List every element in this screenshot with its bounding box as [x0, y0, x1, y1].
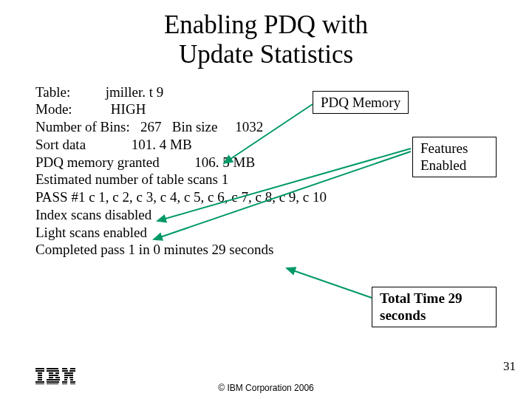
svg-rect-14: [55, 377, 60, 378]
callout-features-enabled: Features Enabled: [412, 137, 497, 178]
svg-rect-31: [62, 383, 67, 384]
ibm-logo: [35, 368, 75, 384]
pass-line: PASS #1 c 1, c 2, c 3, c 4, c 5, c 6, c …: [35, 189, 327, 205]
svg-rect-1: [35, 370, 44, 372]
svg-rect-17: [47, 383, 58, 384]
binsize-label: Bin size: [172, 119, 218, 134]
svg-rect-18: [62, 368, 67, 369]
table-value: jmiller. t 9: [106, 84, 164, 100]
callout-total-time: Total Time 29 seconds: [372, 287, 497, 328]
pdq-value: 106. 5 MB: [194, 154, 255, 170]
svg-rect-9: [47, 370, 59, 372]
svg-rect-5: [38, 379, 42, 381]
svg-rect-22: [64, 372, 69, 374]
pdq-label: PDQ memory granted: [35, 154, 160, 170]
sort-value: 101. 4 MB: [132, 137, 192, 152]
title-line-1: Enabling PDQ with: [164, 10, 368, 39]
svg-rect-6: [35, 381, 44, 383]
svg-rect-15: [47, 379, 60, 381]
callout-pdq-memory: PDQ Memory: [313, 91, 409, 115]
svg-rect-8: [47, 368, 58, 369]
slide-footer: © IBM Corporation 2006: [0, 383, 532, 393]
complete-line: Completed pass 1 in 0 minutes 29 seconds: [35, 242, 273, 257]
scans-line: Estimated number of table scans 1: [35, 171, 228, 187]
binsize-value: 1032: [235, 119, 263, 134]
svg-rect-11: [55, 372, 59, 374]
svg-rect-10: [49, 372, 53, 374]
sort-label: Sort data: [35, 137, 86, 152]
svg-rect-4: [38, 377, 42, 378]
svg-rect-2: [38, 372, 42, 374]
mode-value: HIGH: [111, 101, 146, 117]
copyright-text: © IBM Corporation 2006: [0, 383, 532, 393]
slide-body: Table: jmiller. t 9 Mode: HIGH Number of…: [35, 83, 497, 259]
svg-rect-20: [62, 370, 68, 372]
mode-label: Mode:: [35, 101, 72, 117]
svg-rect-7: [35, 383, 44, 384]
callout-pdq-label: PDQ Memory: [321, 95, 400, 110]
svg-rect-25: [64, 377, 68, 378]
svg-rect-3: [38, 375, 42, 376]
page-number: 31: [503, 359, 516, 374]
svg-rect-29: [62, 381, 67, 383]
svg-rect-28: [70, 379, 73, 381]
svg-rect-16: [47, 381, 59, 383]
svg-rect-24: [64, 375, 73, 376]
bins-value: 267: [140, 119, 162, 134]
svg-rect-13: [49, 377, 53, 378]
svg-rect-19: [70, 368, 75, 369]
svg-rect-27: [64, 379, 67, 381]
callout-features-label: Features Enabled: [420, 140, 468, 174]
svg-rect-12: [49, 375, 58, 376]
callout-total-label: Total Time 29 seconds: [380, 290, 463, 324]
slide-title: Enabling PDQ with Update Statistics: [0, 10, 532, 70]
index-line: Index scans disabled: [35, 207, 151, 222]
bins-label: Number of Bins:: [35, 119, 130, 134]
light-line: Light scans enabled: [35, 225, 147, 240]
svg-rect-23: [69, 372, 73, 374]
svg-rect-30: [70, 381, 75, 383]
svg-rect-32: [70, 383, 75, 384]
svg-rect-0: [35, 368, 44, 369]
arrow-total-time: [287, 268, 372, 298]
title-line-2: Update Statistics: [179, 40, 353, 69]
table-label: Table:: [35, 84, 70, 100]
svg-rect-21: [69, 370, 75, 372]
svg-rect-26: [69, 377, 73, 378]
